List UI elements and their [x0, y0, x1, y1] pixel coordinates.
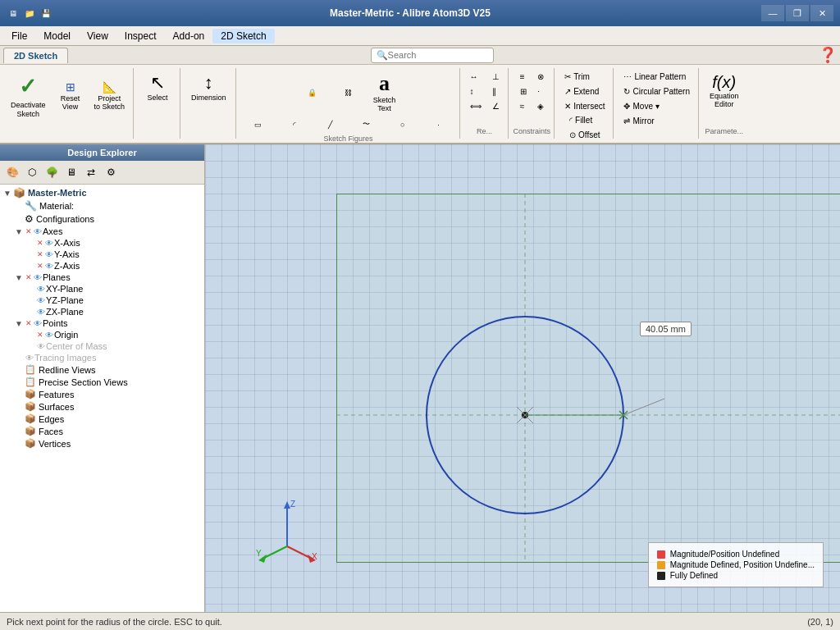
toggle-planes[interactable]: ▼ — [15, 273, 25, 282]
re-btn4[interactable]: ⊥ — [487, 70, 504, 84]
constraint-btn4[interactable]: ⊗ — [532, 70, 549, 84]
legend-dot-black — [657, 572, 665, 580]
move-button[interactable]: ✥ Move ▾ — [619, 99, 694, 113]
sidebar-graph-btn[interactable]: ⬡ — [23, 163, 41, 181]
select-button[interactable]: ↖ Select — [139, 70, 176, 106]
ribbon-col-patterns: ⋯ Linear Pattern ↻ Circular Pattern ✥ Mo… — [619, 70, 694, 128]
constraint-btn5[interactable]: ⋅ — [532, 84, 549, 98]
tree-item-yz-plane[interactable]: 👁 YZ-Plane — [0, 294, 204, 306]
line-icon-btn[interactable]: ╱ — [313, 117, 348, 132]
constraint-btn6[interactable]: ◈ — [532, 99, 549, 113]
reset-view-button[interactable]: ⊞ ResetView — [53, 78, 88, 114]
sketch-text-button[interactable]: a SketchText — [368, 70, 402, 116]
point-icon: · — [437, 121, 440, 129]
re-btn1[interactable]: ↔ — [465, 70, 486, 84]
menu-inspect[interactable]: Inspect — [116, 29, 165, 43]
tree-item-axes[interactable]: ▼ ✕ 👁 Axes — [0, 226, 204, 237]
sidebar-settings-btn[interactable]: ⚙ — [102, 163, 120, 181]
extend-button[interactable]: ↗ Extend — [559, 84, 609, 98]
re-btn2[interactable]: ↕ — [465, 84, 486, 98]
dimension-label: 40.05 mm — [640, 322, 692, 336]
tree-item-points[interactable]: ▼ ✕ 👁 Points — [0, 317, 204, 329]
fillet-icon: ◜ — [569, 116, 573, 125]
sidebar-arrows-btn[interactable]: ⇄ — [82, 163, 100, 181]
menu-view[interactable]: View — [79, 29, 116, 43]
ribbon-col-tools: ✂ Trim ↗ Extend ✕ Intersect — [559, 70, 609, 113]
toggle-points[interactable]: ▼ — [15, 319, 25, 328]
tree-item-master-metric[interactable]: ▼ 📦 Master-Metric — [0, 186, 204, 199]
xyplane-eye-icon: 👁 — [37, 285, 45, 294]
project-to-sketch-button[interactable]: 📐 Projectto Sketch — [89, 78, 130, 114]
equation-editor-button[interactable]: f(x) EquationEditor — [704, 70, 745, 112]
arc-icon-btn[interactable]: ◜ — [277, 117, 312, 132]
help-icon[interactable]: ❓ — [819, 46, 837, 64]
circle-icon-btn[interactable]: ○ — [386, 117, 420, 132]
sidebar-monitor-btn[interactable]: 🖥 — [62, 163, 80, 181]
trim-button[interactable]: ✂ Trim — [559, 70, 609, 84]
file-icon: 📁 — [23, 7, 36, 20]
sidebar-color-wheel-btn[interactable]: 🎨 — [3, 163, 21, 181]
constraint-btn2[interactable]: ⊞ — [515, 84, 532, 98]
rect-icon-btn[interactable]: ▭ — [241, 117, 276, 132]
titlebar-icons: 🖥 📁 💾 — [7, 7, 52, 20]
close-button[interactable]: ✕ — [810, 5, 833, 21]
vertices-icon: 📦 — [25, 438, 36, 449]
lock-icon-btn[interactable]: 🔒 — [295, 85, 330, 100]
constraint-btn1[interactable]: ≡ — [515, 70, 532, 84]
tree-item-material[interactable]: 🔧 Material: — [0, 199, 204, 212]
ribbon-search-box[interactable]: 🔍 — [371, 48, 494, 63]
ribbon-group-re: ↔ ↕ ⟺ ⊥ ∥ ∠ Re... — [462, 68, 509, 139]
constraint-btn3[interactable]: ≈ — [515, 99, 532, 113]
fillet-button[interactable]: ◜ Fillet — [564, 113, 605, 127]
menu-model[interactable]: Model — [35, 29, 79, 43]
tree-item-z-axis[interactable]: ✕ 👁 Z-Axis — [0, 260, 204, 272]
deactivate-sketch-button[interactable]: ✓ DeactivateSketch — [5, 70, 52, 123]
sidebar-tree-btn[interactable]: 🌳 — [43, 163, 61, 181]
dimension-button[interactable]: ↕ Dimension — [185, 70, 232, 106]
circular-pattern-icon: ↻ — [623, 87, 630, 96]
tab-2dsketch[interactable]: 2D Sketch — [3, 48, 68, 63]
tree-item-planes[interactable]: ▼ ✕ 👁 Planes — [0, 272, 204, 283]
tree-item-tracing-images[interactable]: 👁 Tracing Images — [0, 352, 204, 363]
maximize-button[interactable]: ❐ — [786, 5, 809, 21]
mirror-button[interactable]: ⇌ Mirror — [619, 114, 694, 128]
linear-pattern-button[interactable]: ⋯ Linear Pattern — [619, 70, 694, 84]
toggle-master-metric[interactable]: ▼ — [3, 189, 13, 198]
menu-addon[interactable]: Add-on — [165, 29, 213, 43]
tree-item-faces[interactable]: 📦 Faces — [0, 425, 204, 437]
re-btn3[interactable]: ⟺ — [465, 99, 486, 113]
chain-icon-btn[interactable]: ⛓ — [331, 85, 366, 100]
intersect-button[interactable]: ✕ Intersect — [559, 99, 609, 113]
tree-item-features[interactable]: 📦 Features — [0, 388, 204, 400]
tree-item-zx-plane[interactable]: 👁 ZX-Plane — [0, 306, 204, 317]
paramete-label: Paramete... — [705, 126, 743, 137]
ribbon-content: ✓ DeactivateSketch ⊞ ResetView 📐 Project… — [0, 65, 840, 139]
ribbon-col-c2: ⊗ ⋅ ◈ — [532, 70, 549, 113]
window-controls[interactable]: — ❐ ✕ — [761, 5, 833, 21]
tree-item-x-axis[interactable]: ✕ 👁 X-Axis — [0, 237, 204, 249]
re-btn5[interactable]: ∥ — [487, 84, 504, 98]
tree-item-precise-section-views[interactable]: 📋 Precise Section Views — [0, 376, 204, 388]
tree-item-y-axis[interactable]: ✕ 👁 Y-Axis — [0, 249, 204, 260]
re-btn6[interactable]: ∠ — [487, 99, 504, 113]
minimize-button[interactable]: — — [761, 5, 784, 21]
spline-icon-btn[interactable]: 〜 — [349, 116, 384, 133]
canvas-area[interactable]: 40.05 mm Z X Y Magnitude/Position Undefi… — [205, 144, 840, 612]
svg-line-16 — [262, 546, 287, 559]
tree-item-surfaces[interactable]: 📦 Surfaces — [0, 400, 204, 413]
tree-item-xy-plane[interactable]: 👁 XY-Plane — [0, 283, 204, 294]
menu-2dsketch[interactable]: 2D Sketch — [212, 29, 274, 43]
menu-file[interactable]: File — [3, 29, 35, 43]
tree-item-edges[interactable]: 📦 Edges — [0, 413, 204, 425]
toggle-axes[interactable]: ▼ — [15, 227, 25, 236]
search-input[interactable] — [388, 50, 488, 60]
tree-item-configurations[interactable]: ⚙ Configurations — [0, 212, 204, 226]
tree-item-vertices[interactable]: 📦 Vertices — [0, 437, 204, 450]
offset-button[interactable]: ⊙ Offset — [564, 128, 605, 142]
circular-pattern-button[interactable]: ↻ Circular Pattern — [619, 84, 694, 98]
tree-item-center-of-mass[interactable]: 👁 Center of Mass — [0, 340, 204, 352]
tree-item-redline-views[interactable]: 📋 Redline Views — [0, 363, 204, 376]
sketch-rectangle — [336, 194, 840, 563]
tree-item-origin[interactable]: ✕ 👁 Origin — [0, 329, 204, 340]
point-icon-btn[interactable]: · — [422, 117, 456, 132]
